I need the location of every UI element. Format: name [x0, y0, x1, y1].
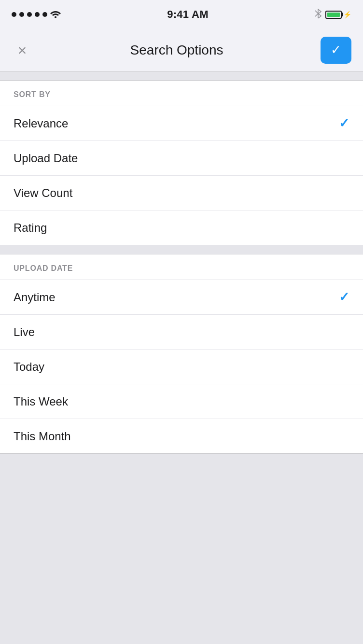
signal-dot-3	[27, 12, 32, 17]
item-label-sort_by-1: Upload Date	[14, 152, 78, 165]
item-label-upload_date-4: This Month	[14, 430, 71, 443]
signal-dot-2	[19, 12, 24, 17]
wifi-icon	[50, 9, 61, 20]
section-item-sort_by-1[interactable]: Upload Date	[0, 140, 363, 175]
status-time: 9:41 AM	[167, 8, 209, 21]
close-icon: ×	[18, 42, 27, 58]
checkmark-icon: ✓	[331, 42, 341, 57]
battery-area: ⚡	[325, 11, 351, 19]
section-item-sort_by-3[interactable]: Rating	[0, 210, 363, 245]
charge-icon: ⚡	[343, 11, 351, 18]
signal-area	[12, 9, 61, 20]
bluetooth-icon	[315, 9, 321, 21]
status-right-area: ⚡	[315, 9, 351, 21]
selected-check-icon-sort_by-0: ✓	[339, 116, 349, 131]
section-item-upload_date-0[interactable]: Anytime✓	[0, 280, 363, 314]
section-card-upload_date: UPLOAD DATEAnytime✓LiveTodayThis WeekThi…	[0, 254, 363, 454]
signal-dot-4	[35, 12, 40, 17]
selected-check-icon-upload_date-0: ✓	[339, 290, 349, 305]
item-label-sort_by-3: Rating	[14, 221, 47, 235]
item-label-upload_date-1: Live	[14, 325, 35, 339]
battery-fill	[327, 13, 340, 17]
section-item-upload_date-4[interactable]: This Month	[0, 419, 363, 453]
item-label-sort_by-0: Relevance	[14, 117, 68, 130]
item-label-sort_by-2: View Count	[14, 186, 72, 200]
section-item-sort_by-0[interactable]: Relevance✓	[0, 106, 363, 140]
section-item-upload_date-2[interactable]: Today	[0, 349, 363, 384]
section-header-sort_by: SORT BY	[0, 81, 363, 106]
status-bar: 9:41 AM ⚡	[0, 0, 363, 29]
section-item-sort_by-2[interactable]: View Count	[0, 175, 363, 210]
section-item-upload_date-1[interactable]: Live	[0, 314, 363, 349]
section-header-upload_date: UPLOAD DATE	[0, 254, 363, 280]
signal-dot-5	[42, 12, 47, 17]
item-label-upload_date-0: Anytime	[14, 291, 56, 304]
main-content: SORT BYRelevance✓Upload DateView CountRa…	[0, 71, 363, 462]
nav-bar: × Search Options ✓	[0, 29, 363, 71]
close-button[interactable]: ×	[12, 40, 33, 61]
page-title: Search Options	[130, 42, 223, 58]
confirm-button[interactable]: ✓	[321, 37, 351, 64]
battery-icon	[325, 11, 342, 19]
item-label-upload_date-3: This Week	[14, 395, 68, 408]
section-item-upload_date-3[interactable]: This Week	[0, 384, 363, 419]
signal-dot-1	[12, 12, 16, 17]
section-card-sort_by: SORT BYRelevance✓Upload DateView CountRa…	[0, 80, 363, 245]
item-label-upload_date-2: Today	[14, 360, 44, 374]
